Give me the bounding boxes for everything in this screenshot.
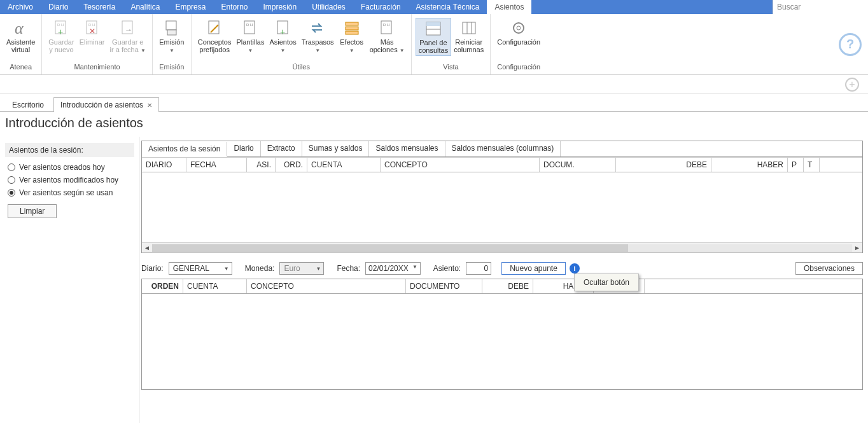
tooltip-ocultar-boton: Ocultar botón <box>574 274 639 291</box>
menu-asistencia[interactable]: Asistencia Técnica <box>409 0 487 14</box>
col2-cuenta[interactable]: CUENTA <box>183 279 247 293</box>
asiento-input[interactable]: 0 <box>466 262 491 275</box>
eliminar-button[interactable]: D H✕ Eliminar <box>77 18 108 47</box>
svg-text:✕: ✕ <box>89 27 95 36</box>
col2-documento[interactable]: DOCUMENTO <box>406 279 482 293</box>
scroll-left-icon[interactable]: ◄ <box>142 244 152 251</box>
innertab-saldos-mensuales-col[interactable]: Saldos mensuales (columnas) <box>445 141 561 156</box>
col-debe[interactable]: DEBE <box>616 158 711 172</box>
scroll-right-icon[interactable]: ► <box>852 244 862 251</box>
rows-icon <box>342 19 362 37</box>
menu-analitica[interactable]: Analítica <box>123 0 167 14</box>
grid1-body[interactable] <box>142 172 862 242</box>
innertab-diario[interactable]: Diario <box>227 141 260 156</box>
col-fecha[interactable]: FECHA <box>186 158 247 172</box>
alpha-icon: α <box>11 19 31 37</box>
menu-utilidades[interactable]: Utilidades <box>304 0 353 14</box>
configuracion-button[interactable]: Configuración <box>494 18 543 47</box>
diario-label: Diario: <box>141 264 164 273</box>
radio-segun-usan[interactable]: Ver asientos según se usan <box>5 186 134 199</box>
col2-orden[interactable]: ORDEN <box>142 279 183 293</box>
add-bar: + <box>0 75 868 94</box>
radio-modificados-hoy[interactable]: Ver asientos modificados hoy <box>5 174 134 186</box>
efectos-button[interactable]: Efectos▼ <box>337 18 367 55</box>
svg-rect-11 <box>209 21 219 34</box>
document-icon: D H <box>240 19 260 37</box>
svg-point-28 <box>514 23 524 33</box>
col-docum[interactable]: DOCUM. <box>540 158 616 172</box>
col-p[interactable]: P <box>788 158 804 172</box>
asistente-virtual-button[interactable]: α Asistentevirtual <box>4 18 38 55</box>
menu-asientos[interactable]: Asientos <box>487 0 531 14</box>
col-ord[interactable]: ORD. <box>276 158 307 172</box>
innertab-asientos-sesion[interactable]: Asientos de la sesión <box>142 142 227 157</box>
menu-facturacion[interactable]: Facturación <box>353 0 409 14</box>
mas-opciones-button[interactable]: D H Másopciones ▼ <box>367 18 407 55</box>
innertab-extracto[interactable]: Extracto <box>261 141 302 156</box>
col-diario[interactable]: DIARIO <box>142 158 186 172</box>
add-button[interactable]: + <box>845 78 859 92</box>
reiniciar-columnas-button[interactable]: Reiniciarcolumnas <box>451 18 486 55</box>
asientos-button[interactable]: + Asientos▼ <box>267 18 298 55</box>
innertab-saldos-mensuales[interactable]: Saldos mensuales <box>369 141 445 156</box>
svg-rect-25 <box>463 22 475 34</box>
guardar-nuevo-button[interactable]: D H+ Guardary nuevo <box>46 18 76 55</box>
menu-archivo[interactable]: Archivo <box>0 0 41 14</box>
svg-rect-19 <box>346 31 358 34</box>
col-t[interactable]: T <box>804 158 820 172</box>
menu-entorno[interactable]: Entorno <box>213 0 255 14</box>
grid1-header: DIARIO FECHA ASI. ORD. CUENTA CONCEPTO D… <box>142 158 862 172</box>
conceptos-prefijados-button[interactable]: Conceptosprefijados <box>195 18 234 55</box>
document-arrow-icon: → <box>118 19 138 37</box>
ribbon-group-label: Mantenimiento <box>42 62 152 73</box>
help-icon[interactable]: ? <box>839 33 862 56</box>
svg-text:→: → <box>125 25 132 34</box>
ribbon-group-utiles: Conceptosprefijados D H Plantillas▼ + As… <box>192 14 412 74</box>
document-tabs: Escritorio Introducción de asientos✕ <box>0 94 868 112</box>
svg-point-29 <box>517 26 521 30</box>
scroll-thumb[interactable] <box>152 244 628 252</box>
menu-impresion[interactable]: Impresión <box>255 0 304 14</box>
svg-text:+: + <box>280 27 285 36</box>
fecha-input[interactable]: 02/01/20XX▼ <box>365 262 421 275</box>
col-asi[interactable]: ASI. <box>247 158 276 172</box>
radio-creados-hoy[interactable]: Ver asientos creados hoy <box>5 161 134 174</box>
guardar-ir-fecha-button[interactable]: → Guardar eir a fecha ▼ <box>108 18 148 55</box>
tab-introduccion-asientos[interactable]: Introducción de asientos✕ <box>53 97 159 112</box>
info-icon[interactable]: i <box>570 263 580 274</box>
svg-text:D H: D H <box>383 23 389 27</box>
col-haber[interactable]: HABER <box>711 158 788 172</box>
grid2-body[interactable] <box>142 294 862 389</box>
col-cuenta[interactable]: CUENTA <box>307 158 381 172</box>
menu-tesoreria[interactable]: Tesorería <box>76 0 123 14</box>
emision-button[interactable]: Emisión▼ <box>157 18 187 55</box>
plantillas-button[interactable]: D H Plantillas▼ <box>234 18 267 55</box>
col2-debe[interactable]: DEBE <box>482 279 533 293</box>
limpiar-button[interactable]: Limpiar <box>8 204 57 218</box>
document-plus-icon: D H+ <box>51 19 71 37</box>
ribbon-group-mantenimiento: D H+ Guardary nuevo D H✕ Eliminar → Guar… <box>42 14 153 74</box>
menu-empresa[interactable]: Empresa <box>167 0 213 14</box>
radio-icon <box>8 176 15 184</box>
menu-diario[interactable]: Diario <box>41 0 76 14</box>
svg-text:+: + <box>58 27 63 36</box>
svg-rect-10 <box>167 30 176 35</box>
observaciones-button[interactable]: Observaciones <box>795 262 863 275</box>
traspasos-button[interactable]: Traspasos▼ <box>299 18 337 55</box>
grid2-header: ORDEN CUENTA CONCEPTO DOCUMENTO DEBE HAB… <box>142 279 862 294</box>
search-input[interactable]: Buscar <box>773 0 868 14</box>
document-icon: D H <box>377 19 397 37</box>
close-icon[interactable]: ✕ <box>147 102 152 109</box>
diario-select[interactable]: GENERAL▼ <box>169 262 232 275</box>
radio-label: Ver asientos creados hoy <box>19 163 105 172</box>
radio-icon <box>8 189 15 197</box>
grid1-scrollbar[interactable]: ◄ ► <box>142 242 862 253</box>
panel-consultas-button[interactable]: Panel deconsultas <box>416 18 451 56</box>
swap-icon <box>307 19 328 37</box>
tab-escritorio[interactable]: Escritorio <box>5 97 51 112</box>
nuevo-apunte-button[interactable]: Nuevo apunte <box>501 262 566 275</box>
ribbon-group-emision: Emisión▼ Emisión <box>153 14 192 74</box>
col-concepto[interactable]: CONCEPTO <box>381 158 540 172</box>
innertab-sumas-saldos[interactable]: Sumas y saldos <box>302 141 370 156</box>
col2-concepto[interactable]: CONCEPTO <box>247 279 406 293</box>
